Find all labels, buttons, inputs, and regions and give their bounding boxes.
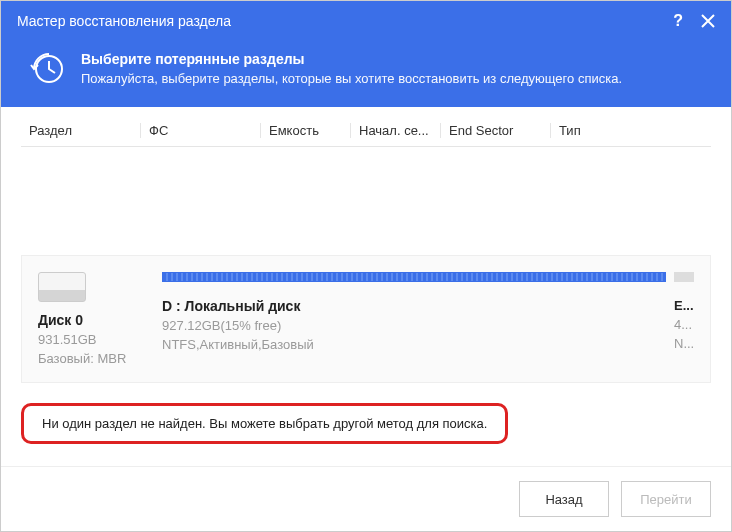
close-icon[interactable] (701, 14, 715, 28)
tail-line2: 4... (674, 317, 694, 332)
drive-icon (38, 272, 86, 302)
back-button[interactable]: Назад (519, 481, 609, 517)
partition-bar (162, 272, 666, 282)
col-filesystem[interactable]: ФС (141, 123, 261, 138)
partition-name: D : Локальный диск (162, 298, 666, 314)
partition-tail[interactable]: E... 4... N... (674, 272, 694, 366)
col-capacity[interactable]: Емкость (261, 123, 351, 138)
partition-map: D : Локальный диск 927.12GB(15% free) NT… (162, 272, 694, 366)
status-message: Ни один раздел не найден. Вы можете выбр… (21, 403, 508, 444)
col-end-sector[interactable]: End Sector (441, 123, 551, 138)
partition-attrs: NTFS,Активный,Базовый (162, 337, 666, 352)
disk-name: Диск 0 (38, 312, 138, 328)
banner: Выберите потерянные разделы Пожалуйста, … (1, 41, 731, 107)
disk-section: Диск 0 931.51GB Базовый: MBR D : Локальн… (21, 255, 711, 383)
partition-d[interactable]: D : Локальный диск 927.12GB(15% free) NT… (162, 272, 666, 366)
disk-size: 931.51GB (38, 332, 138, 347)
disk-info: Диск 0 931.51GB Базовый: MBR (38, 272, 138, 366)
col-start-sector[interactable]: Начал. се... (351, 123, 441, 138)
partition-size: 927.12GB(15% free) (162, 318, 666, 333)
col-partition[interactable]: Раздел (21, 123, 141, 138)
history-icon (29, 51, 65, 87)
status-wrap: Ни один раздел не найден. Вы можете выбр… (21, 403, 711, 444)
wizard-window: Мастер восстановления раздела ? Выберите… (0, 0, 732, 532)
table-header: Раздел ФС Емкость Начал. се... End Secto… (21, 115, 711, 147)
tail-line3: N... (674, 336, 694, 351)
titlebar-controls: ? (673, 12, 715, 30)
tail-line1: E... (674, 298, 694, 313)
help-icon[interactable]: ? (673, 12, 683, 30)
banner-heading: Выберите потерянные разделы (81, 51, 622, 67)
disk-type: Базовый: MBR (38, 351, 138, 366)
window-title: Мастер восстановления раздела (17, 13, 673, 29)
col-type[interactable]: Тип (551, 123, 711, 138)
tail-bar (674, 272, 694, 282)
titlebar: Мастер восстановления раздела ? (1, 1, 731, 41)
banner-text: Выберите потерянные разделы Пожалуйста, … (81, 51, 622, 87)
banner-subtext: Пожалуйста, выберите разделы, которые вы… (81, 71, 622, 86)
table-body-empty (21, 147, 711, 247)
footer: Назад Перейти (1, 466, 731, 531)
content-area: Раздел ФС Емкость Начал. се... End Secto… (1, 107, 731, 466)
next-button: Перейти (621, 481, 711, 517)
